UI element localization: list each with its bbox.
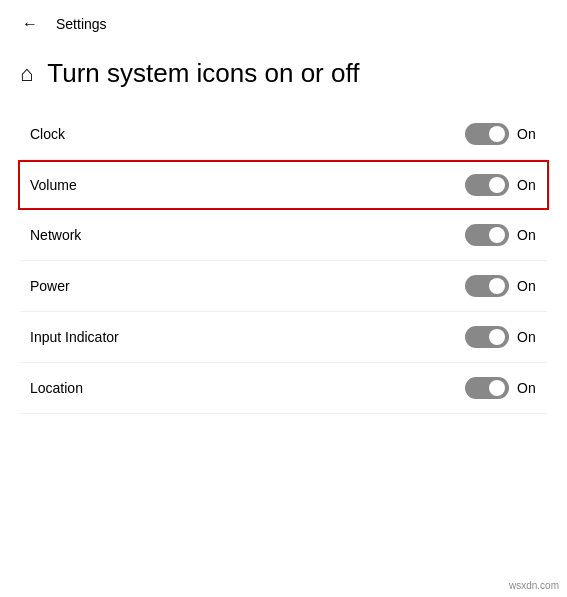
toggle-location[interactable] (465, 377, 509, 399)
toggle-power[interactable] (465, 275, 509, 297)
setting-item-location: Location On (20, 363, 547, 414)
setting-label-clock: Clock (30, 126, 65, 142)
setting-item-volume: Volume On (18, 160, 549, 210)
setting-label-network: Network (30, 227, 81, 243)
toggle-input-indicator[interactable] (465, 326, 509, 348)
toggle-clock[interactable] (465, 123, 509, 145)
setting-item-network: Network On (20, 210, 547, 261)
setting-label-location: Location (30, 380, 83, 396)
setting-item-clock: Clock On (20, 109, 547, 160)
toggle-label-network: On (517, 227, 537, 243)
page-header: ⌂ Turn system icons on or off (0, 48, 567, 109)
setting-label-power: Power (30, 278, 70, 294)
setting-label-input-indicator: Input Indicator (30, 329, 119, 345)
toggle-label-input-indicator: On (517, 329, 537, 345)
home-icon: ⌂ (20, 61, 33, 87)
back-button[interactable]: ← (16, 10, 44, 38)
header-bar: ← Settings (0, 0, 567, 48)
watermark: wsxdn.com (509, 580, 559, 591)
toggle-area-network: On (465, 224, 537, 246)
toggle-area-clock: On (465, 123, 537, 145)
toggle-label-volume: On (517, 177, 537, 193)
toggle-area-power: On (465, 275, 537, 297)
setting-item-input-indicator: Input Indicator On (20, 312, 547, 363)
toggle-area-input-indicator: On (465, 326, 537, 348)
toggle-label-location: On (517, 380, 537, 396)
toggle-label-clock: On (517, 126, 537, 142)
header-title: Settings (56, 16, 107, 32)
toggle-network[interactable] (465, 224, 509, 246)
toggle-label-power: On (517, 278, 537, 294)
toggle-area-location: On (465, 377, 537, 399)
toggle-area-volume: On (465, 174, 537, 196)
page-title: Turn system icons on or off (47, 58, 359, 89)
back-icon: ← (22, 15, 38, 33)
toggle-volume[interactable] (465, 174, 509, 196)
setting-item-power: Power On (20, 261, 547, 312)
settings-list: Clock On Volume On Network On Power On I… (0, 109, 567, 414)
setting-label-volume: Volume (30, 177, 77, 193)
